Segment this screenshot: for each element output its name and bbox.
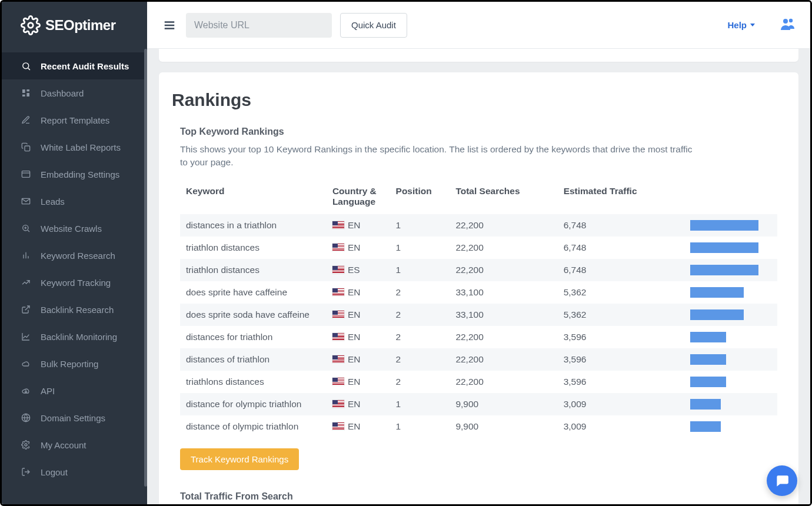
cell-searches: 22,200	[450, 214, 557, 237]
svg-rect-4	[26, 89, 29, 91]
cell-searches: 22,200	[450, 259, 557, 281]
col-country: Country & Language	[327, 180, 390, 214]
sidebar-item-bulk-reporting[interactable]: Bulk Reporting	[2, 350, 147, 377]
rankings-card: Rankings Top Keyword Rankings This shows…	[159, 72, 798, 504]
table-row: distance for olympic triathlonEN19,9003,…	[180, 393, 777, 415]
cell-country: EN	[327, 281, 390, 304]
sidebar-item-label: My Account	[41, 440, 86, 450]
cell-traffic: 3,596	[558, 348, 684, 371]
help-dropdown[interactable]: Help	[727, 20, 755, 30]
linechart-icon	[21, 331, 31, 342]
sidebar-item-dashboard[interactable]: Dashboard	[2, 79, 147, 106]
svg-line-14	[28, 230, 29, 232]
cell-keyword: does sprite have caffeine	[180, 281, 327, 304]
table-row: distance of olympic triathlonEN19,9003,0…	[180, 415, 777, 438]
svg-rect-5	[26, 93, 29, 96]
cell-position: 1	[390, 393, 450, 415]
flag-icon	[332, 221, 344, 229]
cell-searches: 33,100	[450, 304, 557, 326]
sidebar-item-logout[interactable]: Logout	[2, 458, 147, 485]
sidebar-item-embedding-settings[interactable]: Embedding Settings	[2, 161, 147, 188]
section-title: Top Keyword Rankings	[180, 126, 777, 137]
cell-searches: 9,900	[450, 393, 557, 415]
nav: Recent Audit ResultsDashboardReport Temp…	[2, 49, 147, 485]
cell-traffic-bar	[684, 348, 777, 371]
col-traffic: Estimated Traffic	[558, 180, 684, 214]
logo-text: SEOptimer	[45, 17, 116, 34]
svg-point-27	[783, 19, 788, 24]
logo[interactable]: SEOptimer	[2, 2, 147, 49]
traffic-bar	[690, 399, 721, 410]
sidebar-item-white-label-reports[interactable]: White Label Reports	[2, 134, 147, 161]
rankings-table: Keyword Country & Language Position Tota…	[180, 180, 777, 438]
sidebar-item-backlink-research[interactable]: Backlink Research	[2, 296, 147, 323]
dashboard-icon	[21, 88, 31, 98]
cell-position: 2	[390, 326, 450, 348]
cell-traffic: 6,748	[558, 214, 684, 237]
table-row: does sprite have caffeineEN233,1005,362	[180, 281, 777, 304]
cell-country: ES	[327, 259, 390, 281]
table-row: distances in a triathlonEN122,2006,748	[180, 214, 777, 237]
cloud-down-icon	[21, 385, 31, 396]
cell-traffic: 3,009	[558, 393, 684, 415]
track-keyword-rankings-button[interactable]: Track Keyword Rankings	[180, 448, 299, 470]
cell-keyword: distance for olympic triathlon	[180, 393, 327, 415]
cell-traffic-bar	[684, 371, 777, 393]
cell-traffic: 6,748	[558, 237, 684, 259]
sidebar-item-label: Bulk Reporting	[41, 359, 98, 369]
chat-launcher[interactable]	[767, 465, 797, 496]
flag-icon	[332, 422, 344, 430]
svg-point-0	[28, 23, 34, 28]
sidebar-item-domain-settings[interactable]: Domain Settings	[2, 404, 147, 431]
sidebar-item-keyword-research[interactable]: Keyword Research	[2, 242, 147, 269]
cell-position: 2	[390, 304, 450, 326]
sidebar-item-website-crawls[interactable]: Website Crawls	[2, 215, 147, 242]
url-input[interactable]	[186, 13, 332, 38]
cell-keyword: distance of olympic triathlon	[180, 415, 327, 438]
traffic-bar	[690, 220, 758, 231]
sidebar-item-api[interactable]: API	[2, 377, 147, 404]
section-description: This shows your top 10 Keyword Rankings …	[180, 143, 698, 169]
sidebar-item-label: Website Crawls	[41, 224, 102, 234]
flag-icon	[332, 288, 344, 296]
menu-toggle[interactable]	[161, 17, 178, 34]
cell-keyword: does sprite soda have caffeine	[180, 304, 327, 326]
copy-icon	[21, 142, 31, 152]
embed-icon	[21, 169, 31, 179]
chat-icon	[774, 473, 790, 488]
cell-keyword: distances for triathlon	[180, 326, 327, 348]
previous-card-stub	[159, 49, 798, 62]
cell-keyword: distances of triathlon	[180, 348, 327, 371]
traffic-bar	[690, 354, 726, 365]
cell-country: EN	[327, 304, 390, 326]
help-label: Help	[727, 20, 747, 30]
svg-line-18	[25, 306, 29, 310]
svg-rect-6	[22, 95, 25, 96]
sidebar-item-label: White Label Reports	[41, 142, 121, 152]
sidebar-item-leads[interactable]: Leads	[2, 188, 147, 215]
sidebar-item-my-account[interactable]: My Account	[2, 431, 147, 458]
cell-country: EN	[327, 393, 390, 415]
account-button[interactable]	[780, 17, 796, 34]
col-searches: Total Searches	[450, 180, 557, 214]
sidebar-item-label: Keyword Research	[41, 251, 115, 261]
cell-traffic: 6,748	[558, 259, 684, 281]
sidebar-item-report-templates[interactable]: Report Templates	[2, 106, 147, 134]
sidebar-item-backlink-monitoring[interactable]: Backlink Monitoring	[2, 323, 147, 350]
traffic-bar	[690, 265, 758, 275]
flag-icon	[332, 333, 344, 341]
quick-audit-button[interactable]: Quick Audit	[340, 13, 407, 38]
sidebar-item-label: API	[41, 386, 55, 396]
sidebar-item-label: Logout	[41, 467, 68, 477]
sidebar-item-label: Leads	[41, 197, 65, 207]
cell-traffic-bar	[684, 214, 777, 237]
sidebar-item-recent-audit-results[interactable]: Recent Audit Results	[2, 52, 147, 79]
cell-position: 1	[390, 259, 450, 281]
table-row: does sprite soda have caffeineEN233,1005…	[180, 304, 777, 326]
svg-point-1	[22, 62, 28, 68]
sidebar-item-label: Embedding Settings	[41, 169, 119, 179]
cell-traffic-bar	[684, 281, 777, 304]
sidebar-item-keyword-tracking[interactable]: Keyword Tracking	[2, 269, 147, 296]
svg-rect-3	[22, 89, 25, 93]
cell-country: EN	[327, 371, 390, 393]
